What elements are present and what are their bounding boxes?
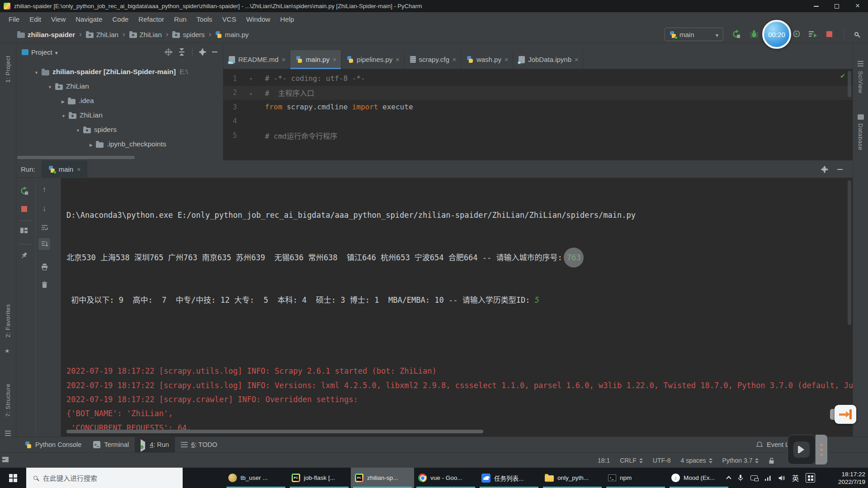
menu-item[interactable]: Navigate: [71, 15, 107, 23]
taskbar-app-pycharm-jobflask[interactable]: job-flask [...: [288, 468, 351, 488]
breadcrumb-item-file[interactable]: main.py: [215, 31, 249, 38]
clear-console-button[interactable]: [40, 280, 49, 289]
rerun-button[interactable]: [19, 186, 28, 195]
taskbar-app-chrome[interactable]: vue - Goo...: [414, 468, 477, 488]
stop-button[interactable]: [19, 204, 28, 213]
breadcrumb-item[interactable]: spiders: [172, 31, 204, 38]
stop-button[interactable]: [825, 29, 834, 38]
close-icon[interactable]: [333, 56, 336, 63]
soft-wrap-button[interactable]: [40, 223, 49, 232]
project-panel-title[interactable]: Project: [31, 48, 52, 56]
menu-item[interactable]: Refactor: [133, 15, 169, 23]
taskbar-clock[interactable]: 18:17:22 2022/7/19: [826, 468, 865, 488]
floating-recorder-panel[interactable]: [788, 435, 816, 465]
restore-layout-button[interactable]: [19, 226, 28, 235]
close-icon[interactable]: [505, 56, 508, 63]
scroll-down-button[interactable]: [40, 204, 49, 213]
close-icon[interactable]: [575, 56, 578, 63]
tree-row[interactable]: ZhiLian: [16, 108, 223, 122]
taskbar-app-pycharm-zhilian[interactable]: zhilian-sp...: [351, 468, 414, 488]
tab-pipelines-py[interactable]: pipelines.py: [341, 50, 404, 69]
tab-jobdata-ipynb[interactable]: JobData.ipynb: [513, 50, 583, 69]
collapse-all-icon[interactable]: [179, 48, 184, 56]
code-editor[interactable]: 1 # -*- coding: utf-8 -*- 2 # 主程序入口 3 fr…: [223, 69, 853, 160]
event-log-button[interactable]: Event L: [756, 436, 789, 452]
menu-item[interactable]: Help: [275, 15, 299, 23]
tree-row-root[interactable]: zhilian-spaider [ZhiLian-Spider-main]E:\: [16, 65, 223, 79]
caret-position-widget[interactable]: 18:1: [598, 457, 610, 464]
breadcrumb-item[interactable]: ZhiLian: [86, 31, 118, 38]
taskbar-app-npm[interactable]: npm: [604, 468, 667, 488]
inspections-ok-check-icon[interactable]: [840, 72, 845, 80]
taskbar-app-qqmusic[interactable]: Mood (Ex...: [667, 468, 731, 488]
debug-button[interactable]: [750, 29, 759, 38]
breadcrumb-item-root[interactable]: zhilian-spaider: [17, 31, 75, 38]
close-icon[interactable]: [77, 165, 80, 173]
run-configuration-selector[interactable]: main: [665, 28, 723, 41]
floating-panel-handle[interactable]: [816, 435, 827, 465]
speaker-icon[interactable]: [778, 475, 785, 481]
tab-wash-py[interactable]: wash.py: [461, 50, 513, 69]
encoding-widget[interactable]: UTF-8: [653, 457, 671, 464]
gear-icon[interactable]: [200, 50, 204, 54]
sidebar-item-structure[interactable]: 7: Structure: [5, 384, 11, 417]
tree-row[interactable]: spiders: [16, 122, 223, 137]
tree-row[interactable]: .ipynb_checkpoints: [16, 137, 223, 151]
ime-language-indicator[interactable]: 英: [792, 473, 799, 483]
fold-marker-icon[interactable]: [237, 74, 265, 83]
print-button[interactable]: [40, 262, 49, 271]
interpreter-widget[interactable]: Python 3.7: [722, 457, 759, 464]
tab-main-py[interactable]: main.py: [290, 50, 341, 69]
editor-scrollbar[interactable]: [848, 71, 851, 97]
tree-row[interactable]: .idea: [16, 94, 223, 108]
locate-file-icon[interactable]: [165, 49, 171, 55]
toolwindow-terminal[interactable]: Terminal: [87, 437, 135, 453]
maximize-button[interactable]: [826, 0, 847, 12]
fold-marker-icon[interactable]: [237, 89, 265, 97]
display-icon[interactable]: [750, 475, 758, 480]
hide-panel-icon[interactable]: [212, 52, 217, 52]
sidebar-item-database[interactable]: Database: [857, 123, 864, 150]
breadcrumb-item[interactable]: ZhiLian: [129, 31, 162, 38]
toolwindow-todo[interactable]: 6: TODO: [175, 437, 223, 453]
hide-panel-icon[interactable]: [837, 169, 843, 170]
close-button[interactable]: [847, 0, 868, 12]
menu-item[interactable]: View: [46, 15, 71, 23]
taskbar-app-navicat[interactable]: tb_user ...: [224, 468, 288, 488]
console-horizontal-scrollbar[interactable]: [66, 430, 483, 433]
gear-icon[interactable]: [822, 167, 826, 171]
menu-item[interactable]: Code: [107, 15, 133, 23]
start-button[interactable]: [0, 468, 26, 488]
taskbar-search-input[interactable]: 在此键入进行搜索: [26, 468, 183, 488]
scroll-to-end-button[interactable]: [38, 238, 50, 250]
tray-expand-icon[interactable]: [726, 476, 731, 481]
menu-item[interactable]: Window: [241, 15, 275, 23]
menu-item[interactable]: Edit: [24, 15, 46, 23]
signal-icon[interactable]: [764, 475, 771, 481]
tab-readme-md[interactable]: README.md: [223, 50, 290, 69]
readonly-toggle[interactable]: [769, 457, 774, 464]
toolwindow-run[interactable]: 4: Run: [135, 437, 175, 453]
menu-item[interactable]: File: [4, 15, 24, 23]
close-icon[interactable]: [396, 56, 399, 63]
search-everywhere-button[interactable]: [852, 29, 861, 38]
microphone-icon[interactable]: [737, 474, 744, 482]
profiler-button[interactable]: [808, 29, 817, 38]
taskbar-app-explorer[interactable]: only_pyth...: [541, 468, 604, 488]
taskbar-app-tasklist[interactable]: 任务列表...: [477, 468, 541, 488]
pin-tab-button[interactable]: [19, 251, 28, 260]
menu-item[interactable]: Run: [169, 15, 192, 23]
sidebar-item-project[interactable]: 1: Project: [5, 56, 11, 83]
run-console-output[interactable]: D:\Anaconda3\python.exe E:/only_python_j…: [61, 178, 853, 436]
menu-item[interactable]: VCS: [217, 15, 241, 23]
indent-widget[interactable]: 4 spaces: [680, 457, 712, 464]
close-icon[interactable]: [282, 56, 285, 63]
toolwindow-python-console[interactable]: Python Console: [19, 437, 87, 453]
floating-screenshot-tool-button[interactable]: [835, 405, 856, 424]
horizontal-scrollbar[interactable]: [17, 156, 135, 159]
rerun-button[interactable]: [731, 29, 741, 38]
ime-mode-icon[interactable]: [806, 473, 815, 483]
run-with-coverage-button[interactable]: [792, 29, 801, 38]
sidebar-item-favorites[interactable]: 2: Favorites: [5, 304, 11, 338]
menu-item[interactable]: Tools: [192, 15, 217, 23]
